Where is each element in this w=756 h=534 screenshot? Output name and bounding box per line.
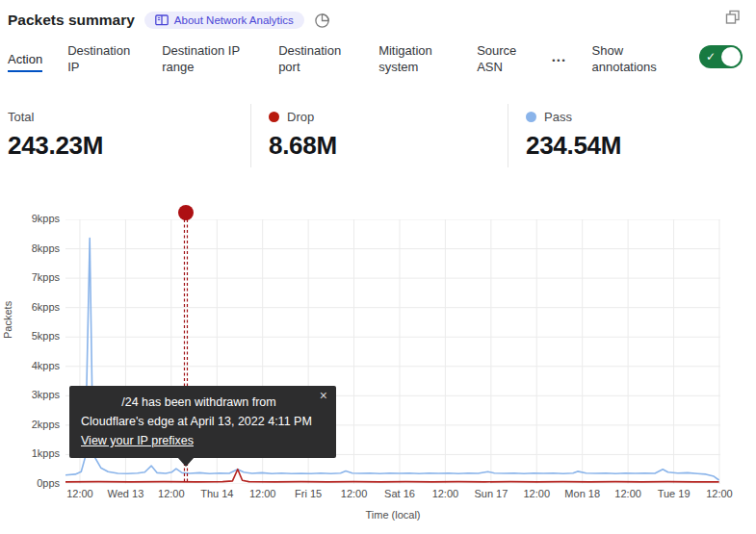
panel-header: Packets summary About Network Analytics xyxy=(8,8,748,33)
show-annotations-label: Show annotations xyxy=(592,42,673,75)
view-ip-prefixes-link[interactable]: View your IP prefixes xyxy=(81,434,194,447)
y-tick-label: 0pps xyxy=(0,477,60,489)
tab-source-asn[interactable]: Source ASN xyxy=(477,42,527,75)
x-tick-label: 12:00 xyxy=(614,488,641,499)
about-badge-label: About Network Analytics xyxy=(174,14,294,26)
drop-series-dot xyxy=(269,112,279,122)
y-tick-label: 7kpps xyxy=(0,271,60,283)
x-tick-label: 12:00 xyxy=(432,488,459,499)
x-tick-label: 12:00 xyxy=(249,488,276,499)
annotation-tooltip: × /24 has been withdrawn from Cloudflare… xyxy=(69,386,336,458)
x-tick-label: 12:00 xyxy=(523,488,550,499)
popout-icon[interactable] xyxy=(725,10,741,29)
tab-mitigation-system[interactable]: Mitigation system xyxy=(378,42,452,75)
x-axis-title: Time (local) xyxy=(365,509,420,521)
time-range-icon[interactable] xyxy=(314,13,330,29)
y-tick-label: 6kpps xyxy=(0,301,60,313)
toggle-knob xyxy=(721,47,741,66)
tab-destination-ip-range[interactable]: Destination IP range xyxy=(162,42,253,75)
check-icon: ✓ xyxy=(706,49,716,65)
y-tick-label: 8kpps xyxy=(0,242,60,254)
stat-total-label: Total xyxy=(8,110,34,124)
stat-pass-value: 234.54M xyxy=(526,131,756,161)
y-tick-label: 5kpps xyxy=(0,330,60,342)
tooltip-line-1: /24 has been withdrawn from xyxy=(81,393,323,412)
book-icon xyxy=(155,14,169,26)
y-tick-label: 4kpps xyxy=(0,360,60,371)
tab-destination-ip[interactable]: Destination IP xyxy=(67,42,137,75)
page-title: Packets summary xyxy=(8,12,135,29)
series-line-drop xyxy=(65,470,719,482)
x-tick-label: Sat 16 xyxy=(384,488,415,499)
packets-summary-panel: Packets summary About Network Analytics … xyxy=(0,0,756,534)
stat-total-value: 243.23M xyxy=(8,131,250,161)
tooltip-line-2: Cloudflare's edge at April 13, 2022 4:11… xyxy=(81,412,323,431)
more-tabs-icon[interactable]: ••• xyxy=(552,53,566,69)
tab-action[interactable]: Action xyxy=(8,51,42,72)
tooltip-pointer xyxy=(177,457,195,467)
show-annotations-toggle[interactable]: ✓ xyxy=(699,45,743,68)
y-tick-label: 2kpps xyxy=(0,419,60,430)
x-tick-label: 12:00 xyxy=(341,488,368,499)
y-tick-label: 3kpps xyxy=(0,389,60,400)
stat-pass-label: Pass xyxy=(544,110,572,124)
close-icon[interactable]: × xyxy=(320,389,327,402)
stats-row: Total 243.23M Drop 8.68M Pass 234.54M xyxy=(0,104,756,167)
x-tick-label: Mon 18 xyxy=(564,488,600,499)
about-network-analytics-badge[interactable]: About Network Analytics xyxy=(144,12,304,29)
x-tick-label: Wed 13 xyxy=(108,488,144,499)
annotation-marker-dot[interactable] xyxy=(178,205,194,220)
x-tick-label: 12:00 xyxy=(66,488,93,499)
x-tick-label: Fri 15 xyxy=(295,488,322,499)
x-tick-label: Tue 19 xyxy=(658,488,691,499)
x-tick-label: 12:00 xyxy=(706,488,733,499)
x-tick-label: Thu 14 xyxy=(200,488,233,499)
stat-pass: Pass 234.54M xyxy=(508,104,756,167)
x-tick-label: Sun 17 xyxy=(474,488,508,499)
dimension-tab-bar: Action Destination IP Destination IP ran… xyxy=(8,42,756,89)
x-tick-label: 12:00 xyxy=(158,488,185,499)
y-tick-label: 9kpps xyxy=(0,213,60,224)
stat-drop-label: Drop xyxy=(287,110,314,124)
stat-drop-value: 8.68M xyxy=(269,131,508,161)
pass-series-dot xyxy=(526,112,536,122)
tab-destination-port[interactable]: Destination port xyxy=(278,42,353,75)
stat-total: Total 243.23M xyxy=(0,104,250,167)
y-tick-label: 1kpps xyxy=(0,447,60,459)
stat-drop: Drop 8.68M xyxy=(250,104,508,167)
